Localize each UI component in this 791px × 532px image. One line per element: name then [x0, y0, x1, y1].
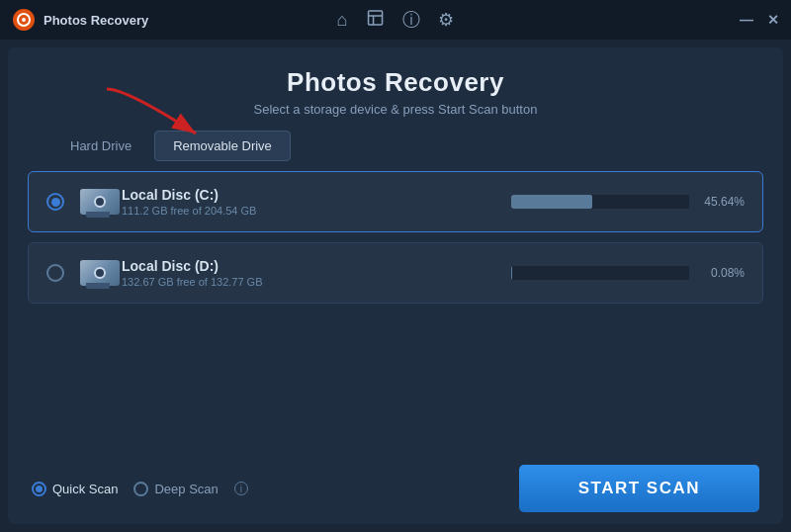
drive-name-c: Local Disc (C:) — [122, 187, 501, 203]
quick-scan-radio[interactable] — [32, 482, 46, 496]
drive-info-d: Local Disc (D:) 132.67 GB free of 132.77… — [122, 258, 501, 288]
drive-progress-bg-d — [511, 266, 689, 280]
svg-rect-3 — [368, 11, 382, 25]
drive-radio-d[interactable] — [46, 264, 64, 282]
drive-pct-c: 45.64% — [699, 195, 745, 209]
window-controls: — ✕ — [740, 12, 779, 28]
quick-scan-label: Quick Scan — [52, 482, 118, 496]
settings-icon[interactable]: ⚙ — [438, 9, 454, 31]
header: Photos Recovery Select a storage device … — [8, 47, 783, 131]
scan-icon[interactable] — [365, 8, 385, 33]
drive-name-d: Local Disc (D:) — [122, 258, 501, 274]
drive-bar-c: 45.64% — [511, 195, 745, 209]
drive-bar-d: 0.08% — [511, 266, 745, 280]
scan-options: Quick Scan Deep Scan i — [32, 482, 248, 496]
minimize-button[interactable]: — — [740, 12, 753, 28]
page-title: Photos Recovery — [28, 67, 763, 98]
drive-progress-bg-c — [511, 195, 689, 209]
page-subtitle: Select a storage device & press Start Sc… — [28, 102, 763, 117]
home-icon[interactable]: ⌂ — [337, 10, 348, 31]
deep-scan-radio[interactable] — [133, 482, 148, 496]
app-logo — [12, 8, 36, 32]
drive-space-d: 132.67 GB free of 132.77 GB — [122, 276, 501, 288]
tab-removable-drive[interactable]: Removable Drive — [154, 131, 291, 161]
quick-scan-option[interactable]: Quick Scan — [32, 482, 118, 496]
drive-info-c: Local Disc (C:) 111.2 GB free of 204.54 … — [122, 187, 501, 217]
drive-radio-c[interactable] — [46, 193, 64, 211]
drive-item-c[interactable]: Local Disc (C:) 111.2 GB free of 204.54 … — [28, 171, 763, 232]
info-icon[interactable]: ⓘ — [402, 8, 420, 32]
tab-container: Hard Drive Removable Drive — [8, 131, 783, 171]
drive-list: Local Disc (C:) 111.2 GB free of 204.54 … — [8, 171, 783, 453]
deep-scan-option[interactable]: Deep Scan — [133, 482, 218, 496]
start-scan-button[interactable]: START SCAN — [519, 465, 759, 512]
drive-tabs: Hard Drive Removable Drive — [28, 131, 763, 161]
main-content: Photos Recovery Select a storage device … — [8, 47, 783, 524]
scan-info-icon[interactable]: i — [234, 482, 248, 495]
drive-item-d[interactable]: Local Disc (D:) 132.67 GB free of 132.77… — [28, 242, 763, 304]
deep-scan-label: Deep Scan — [154, 482, 218, 496]
title-bar: Photos Recovery ⌂ ⓘ ⚙ — ✕ — [0, 0, 791, 40]
close-button[interactable]: ✕ — [767, 12, 779, 28]
tab-hard-drive[interactable]: Hard Drive — [51, 131, 150, 161]
svg-point-2 — [22, 18, 26, 22]
bottom-section: Quick Scan Deep Scan i START SCAN — [8, 453, 783, 524]
drive-icon-c — [78, 186, 122, 218]
drive-pct-d: 0.08% — [699, 266, 745, 280]
nav-icons: ⌂ ⓘ ⚙ — [337, 8, 455, 33]
drive-space-c: 111.2 GB free of 204.54 GB — [122, 205, 501, 217]
drive-icon-d — [78, 257, 122, 289]
drive-progress-fill-c — [511, 195, 592, 209]
